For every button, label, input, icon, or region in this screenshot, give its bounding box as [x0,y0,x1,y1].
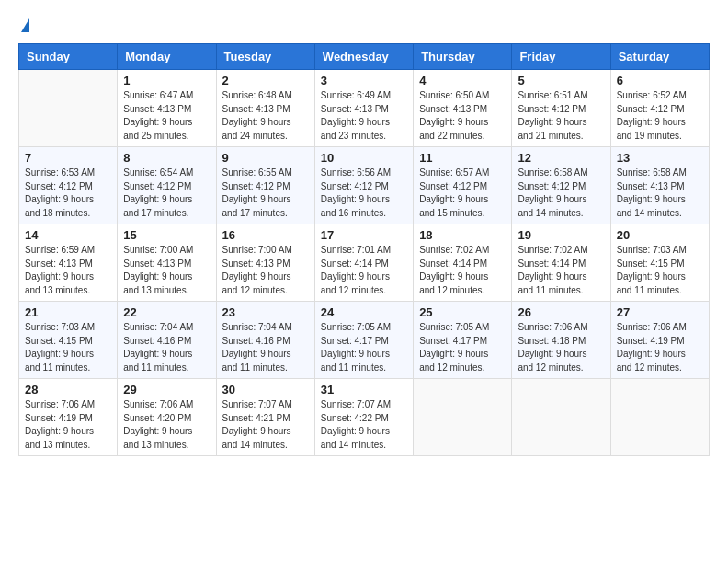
day-info: Sunrise: 6:59 AMSunset: 4:13 PMDaylight:… [25,244,111,297]
day-info: Sunrise: 6:58 AMSunset: 4:12 PMDaylight:… [518,167,604,220]
col-header-monday: Monday [118,44,216,70]
calendar-cell: 3Sunrise: 6:49 AMSunset: 4:13 PMDaylight… [314,70,413,147]
calendar-cell: 27Sunrise: 7:06 AMSunset: 4:19 PMDayligh… [610,302,709,379]
day-info: Sunrise: 6:51 AMSunset: 4:12 PMDaylight:… [518,89,604,143]
calendar-cell: 13Sunrise: 6:58 AMSunset: 4:13 PMDayligh… [610,147,709,224]
day-info: Sunrise: 7:06 AMSunset: 4:19 PMDaylight:… [617,321,703,374]
calendar-cell: 23Sunrise: 7:04 AMSunset: 4:16 PMDayligh… [216,302,314,379]
day-number: 10 [321,151,407,165]
calendar-cell: 25Sunrise: 7:05 AMSunset: 4:17 PMDayligh… [414,302,512,379]
day-info: Sunrise: 7:03 AMSunset: 4:15 PMDaylight:… [617,244,703,297]
calendar-cell: 26Sunrise: 7:06 AMSunset: 4:18 PMDayligh… [512,302,610,379]
day-info: Sunrise: 6:47 AMSunset: 4:13 PMDaylight:… [123,89,210,143]
day-info: Sunrise: 7:07 AMSunset: 4:21 PMDaylight:… [222,398,309,452]
calendar-cell: 1Sunrise: 6:47 AMSunset: 4:13 PMDaylight… [118,70,216,147]
day-number: 5 [518,74,604,87]
calendar-cell [414,379,512,456]
day-number: 17 [321,228,407,242]
day-info: Sunrise: 6:55 AMSunset: 4:12 PMDaylight:… [222,167,309,220]
calendar-header-row: SundayMondayTuesdayWednesdayThursdayFrid… [19,44,710,70]
day-number: 12 [518,151,604,165]
day-info: Sunrise: 7:03 AMSunset: 4:15 PMDaylight:… [25,321,111,374]
day-number: 9 [222,151,309,165]
day-number: 3 [321,74,407,87]
day-number: 30 [222,383,309,396]
calendar-cell [512,379,610,456]
day-info: Sunrise: 7:05 AMSunset: 4:17 PMDaylight:… [419,321,506,374]
calendar-cell: 4Sunrise: 6:50 AMSunset: 4:13 PMDaylight… [414,70,512,147]
calendar-week-row: 14Sunrise: 6:59 AMSunset: 4:13 PMDayligh… [19,224,710,302]
calendar-cell: 10Sunrise: 6:56 AMSunset: 4:12 PMDayligh… [314,147,413,224]
day-number: 28 [25,383,111,396]
logo [18,18,29,34]
calendar-cell: 30Sunrise: 7:07 AMSunset: 4:21 PMDayligh… [216,379,314,456]
day-number: 23 [222,305,309,319]
day-number: 13 [617,151,703,165]
day-number: 11 [419,151,506,165]
logo-triangle-icon [21,18,29,32]
calendar-week-row: 1Sunrise: 6:47 AMSunset: 4:13 PMDaylight… [19,70,710,147]
calendar-cell: 8Sunrise: 6:54 AMSunset: 4:12 PMDaylight… [118,147,216,224]
calendar-cell: 12Sunrise: 6:58 AMSunset: 4:12 PMDayligh… [512,147,610,224]
day-info: Sunrise: 6:52 AMSunset: 4:12 PMDaylight:… [617,89,703,143]
day-info: Sunrise: 6:54 AMSunset: 4:12 PMDaylight:… [123,167,210,220]
calendar-cell [610,379,709,456]
day-info: Sunrise: 7:00 AMSunset: 4:13 PMDaylight:… [123,244,210,297]
day-number: 19 [518,228,604,242]
day-number: 29 [123,383,210,396]
calendar-week-row: 21Sunrise: 7:03 AMSunset: 4:15 PMDayligh… [19,302,710,379]
calendar-cell: 20Sunrise: 7:03 AMSunset: 4:15 PMDayligh… [610,224,709,302]
calendar-cell: 9Sunrise: 6:55 AMSunset: 4:12 PMDaylight… [216,147,314,224]
calendar-cell: 2Sunrise: 6:48 AMSunset: 4:13 PMDaylight… [216,70,314,147]
calendar-cell: 18Sunrise: 7:02 AMSunset: 4:14 PMDayligh… [414,224,512,302]
day-number: 1 [123,74,210,87]
day-number: 16 [222,228,309,242]
calendar-week-row: 28Sunrise: 7:06 AMSunset: 4:19 PMDayligh… [19,379,710,456]
calendar-cell: 7Sunrise: 6:53 AMSunset: 4:12 PMDaylight… [19,147,118,224]
calendar-cell: 29Sunrise: 7:06 AMSunset: 4:20 PMDayligh… [118,379,216,456]
col-header-tuesday: Tuesday [216,44,314,70]
day-number: 24 [321,305,407,319]
day-number: 15 [123,228,210,242]
calendar-cell: 15Sunrise: 7:00 AMSunset: 4:13 PMDayligh… [118,224,216,302]
day-info: Sunrise: 7:04 AMSunset: 4:16 PMDaylight:… [123,321,210,374]
day-info: Sunrise: 7:04 AMSunset: 4:16 PMDaylight:… [222,321,309,374]
day-info: Sunrise: 6:48 AMSunset: 4:13 PMDaylight:… [222,89,309,143]
col-header-thursday: Thursday [414,44,512,70]
day-number: 22 [123,305,210,319]
day-number: 4 [419,74,506,87]
day-number: 25 [419,305,506,319]
day-info: Sunrise: 7:07 AMSunset: 4:22 PMDaylight:… [321,398,407,452]
day-info: Sunrise: 7:06 AMSunset: 4:18 PMDaylight:… [518,321,604,374]
day-number: 18 [419,228,506,242]
calendar-cell: 17Sunrise: 7:01 AMSunset: 4:14 PMDayligh… [314,224,413,302]
col-header-saturday: Saturday [610,44,709,70]
calendar-cell: 14Sunrise: 6:59 AMSunset: 4:13 PMDayligh… [19,224,118,302]
day-info: Sunrise: 6:58 AMSunset: 4:13 PMDaylight:… [617,167,703,220]
day-info: Sunrise: 7:06 AMSunset: 4:19 PMDaylight:… [25,398,111,452]
day-info: Sunrise: 7:02 AMSunset: 4:14 PMDaylight:… [419,244,506,297]
col-header-sunday: Sunday [19,44,118,70]
day-info: Sunrise: 7:01 AMSunset: 4:14 PMDaylight:… [321,244,407,297]
day-info: Sunrise: 7:05 AMSunset: 4:17 PMDaylight:… [321,321,407,374]
day-number: 7 [25,151,111,165]
calendar-cell: 6Sunrise: 6:52 AMSunset: 4:12 PMDaylight… [610,70,709,147]
day-info: Sunrise: 7:06 AMSunset: 4:20 PMDaylight:… [123,398,210,452]
day-number: 8 [123,151,210,165]
day-info: Sunrise: 7:00 AMSunset: 4:13 PMDaylight:… [222,244,309,297]
day-info: Sunrise: 6:49 AMSunset: 4:13 PMDaylight:… [321,89,407,143]
calendar-week-row: 7Sunrise: 6:53 AMSunset: 4:12 PMDaylight… [19,147,710,224]
calendar-cell: 24Sunrise: 7:05 AMSunset: 4:17 PMDayligh… [314,302,413,379]
day-number: 20 [617,228,703,242]
day-number: 2 [222,74,309,87]
calendar-cell: 21Sunrise: 7:03 AMSunset: 4:15 PMDayligh… [19,302,118,379]
day-number: 21 [25,305,111,319]
calendar-cell: 19Sunrise: 7:02 AMSunset: 4:14 PMDayligh… [512,224,610,302]
day-info: Sunrise: 6:56 AMSunset: 4:12 PMDaylight:… [321,167,407,220]
col-header-friday: Friday [512,44,610,70]
day-info: Sunrise: 7:02 AMSunset: 4:14 PMDaylight:… [518,244,604,297]
day-number: 27 [617,305,703,319]
day-number: 14 [25,228,111,242]
col-header-wednesday: Wednesday [314,44,413,70]
calendar-cell: 28Sunrise: 7:06 AMSunset: 4:19 PMDayligh… [19,379,118,456]
